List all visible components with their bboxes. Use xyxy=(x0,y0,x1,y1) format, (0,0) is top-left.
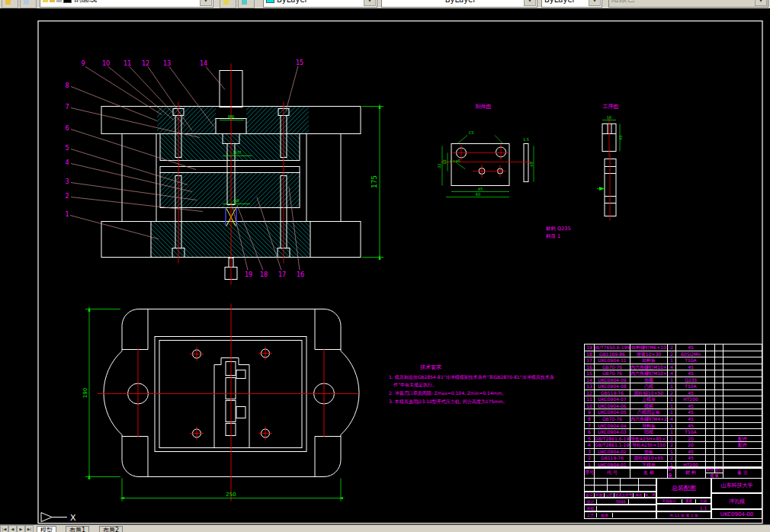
bom-qty: 2 xyxy=(668,442,676,448)
chevron-down-icon[interactable]: ▼ xyxy=(364,0,376,6)
process-view-label: 工序图 xyxy=(603,104,619,110)
bom-weight-each xyxy=(706,357,715,364)
layer-properties-button[interactable] xyxy=(2,0,18,8)
layer-states-button[interactable] xyxy=(20,0,37,8)
bom-row: 8 GB70-76 内六角螺钉M4×20 4 45 xyxy=(585,416,762,423)
bom-row: 19 JB/T7650.6-1994 卸料螺钉M6×10 2 45 xyxy=(585,345,762,351)
tab-layout2[interactable]: 布局2 xyxy=(99,526,123,532)
chevron-down-icon[interactable]: ▼ xyxy=(589,0,601,6)
sun-icon xyxy=(50,0,55,2)
scale-value: 1:1 xyxy=(696,505,711,511)
bom-weight-each xyxy=(706,416,715,422)
layer-previous-button[interactable] xyxy=(238,0,255,8)
bom-row: 10 UKC0904-06 模柄 1 45 xyxy=(585,403,762,410)
make-current-icon xyxy=(223,0,229,5)
bom-qty: 1 xyxy=(668,449,676,455)
bom-weight-each xyxy=(706,429,715,435)
tab-model[interactable]: 模型 xyxy=(37,526,56,532)
bom-row: 12 GB119-76 圆柱销10×50 2 45 xyxy=(585,390,762,397)
bom-row: 5 GB/T2861.6-1990 导套A25H×85×33 2 20 配作 xyxy=(585,436,762,443)
make-layer-current-button[interactable] xyxy=(220,0,236,8)
bom-material: 60Si2Mn xyxy=(676,351,706,357)
bom-material: 45 xyxy=(676,345,706,351)
bom-code: UKC0904-11 xyxy=(595,357,630,364)
bom-weight-each xyxy=(706,442,715,448)
bom-name: 卸料板 xyxy=(630,357,668,364)
bom-remark xyxy=(723,416,762,422)
bom-row: 15 GB70-76 内六角螺钉M10×50 4 45 xyxy=(585,370,762,377)
bom-qty: 1 xyxy=(668,403,676,409)
bom-remark xyxy=(723,364,762,370)
layer-combo[interactable]: 剖面线 ▼ xyxy=(40,0,213,8)
bom-weight-total xyxy=(715,364,723,370)
tab-nav-next-button[interactable]: ▶ xyxy=(17,525,25,532)
bom-material: 45 xyxy=(676,423,706,429)
bom-name: 内六角螺钉M10×75 xyxy=(630,364,668,370)
prev-tab-icon: ◀ xyxy=(11,527,14,531)
bom-row: 16 GB70-76 内六角螺钉M10×75 4 45 xyxy=(585,364,762,371)
part-detail-view: 制件图 32 13 45 60 C5 4× xyxy=(437,104,571,239)
color-combo-value: ByLayer xyxy=(277,0,308,4)
bom-remark xyxy=(723,396,762,402)
balloon-11: 11 xyxy=(124,60,131,67)
bom-code: UKC0904-07 xyxy=(595,396,630,402)
dim-bottom2: 60 xyxy=(476,192,480,197)
bom-material: T10A xyxy=(676,429,706,435)
sheet-count-text: 共 11 张 第 1 张 xyxy=(669,513,698,518)
bom-no: 7 xyxy=(585,423,595,429)
drawing-subtitle: 冲孔模 xyxy=(711,493,762,509)
color-combo[interactable]: ByLayer ▼ xyxy=(263,0,377,8)
bom-material: 45 xyxy=(676,390,706,396)
bom-qty: 2 xyxy=(668,345,676,351)
stage-label: 阶段标记 xyxy=(657,499,682,503)
layer-state-icon xyxy=(24,0,29,5)
organization-text: 山东科技大学 xyxy=(721,482,753,489)
bom-material: T10A xyxy=(676,383,706,389)
bom-name: 垫板 xyxy=(630,449,668,455)
ucs-icon: X xyxy=(41,513,76,523)
linetype-combo[interactable]: ByLayer ▼ xyxy=(381,0,537,8)
dim-bottom1: 45 xyxy=(478,187,483,191)
bom-qty: 2 xyxy=(668,436,676,442)
bom-no: 5 xyxy=(585,436,595,442)
chevron-down-icon[interactable]: ▼ xyxy=(200,0,212,6)
dim-left1: 32 xyxy=(437,163,441,168)
bom-qty: 1 xyxy=(668,396,676,402)
bom-no: 9 xyxy=(585,409,595,415)
bom-row: 18 GB1169-86 弹簧10×30 2 60Si2Mn xyxy=(585,351,762,358)
bom-no: 17 xyxy=(585,357,595,364)
tab-model-label: 模型 xyxy=(40,527,53,532)
bom-row: 14 UKC0904-09 垫圈 1 Q235 xyxy=(585,377,762,384)
tab-nav-last-button[interactable]: ▶| xyxy=(25,525,34,532)
lock-icon xyxy=(56,0,62,2)
bom-weight-each xyxy=(706,364,715,370)
balloon-5: 5 xyxy=(65,145,69,152)
bom-remark xyxy=(723,345,762,351)
plotstyle-combo: 随颜色 ▼ xyxy=(608,0,768,8)
bom-weight-each xyxy=(706,436,715,442)
bom-row: 11 UKC0904-07 上模座 1 HT200 xyxy=(585,396,762,403)
bom-name: 模柄 xyxy=(630,403,668,409)
bom-no: 18 xyxy=(585,351,595,357)
bom-header-remark: 备 注 xyxy=(723,467,762,478)
plan-dimensions xyxy=(85,309,341,502)
lineweight-combo[interactable]: ByLayer ▼ xyxy=(541,0,602,8)
balloon-12: 12 xyxy=(142,60,149,67)
bom-name: 垫圈 xyxy=(630,377,668,383)
chevron-down-icon[interactable]: ▼ xyxy=(524,0,536,6)
scale-label: 比例 xyxy=(696,499,711,503)
bom-code: UKC0904-06 xyxy=(595,403,630,409)
bom-weight-each xyxy=(706,423,715,429)
assembly-section-view: 175 M8 8H7 φ8 1 2 3 4 5 6 7 8 9 1 xyxy=(65,59,383,285)
tab-nav-first-button[interactable]: |◀ xyxy=(0,525,8,532)
last-tab-icon: ▶| xyxy=(27,527,32,531)
dim-8h7: 8H7 xyxy=(233,150,242,155)
tab-layout1[interactable]: 布局1 xyxy=(66,526,89,532)
bom-remark xyxy=(723,455,762,461)
dim-top: 16 xyxy=(607,115,611,120)
bom-weight-each xyxy=(706,345,715,351)
tab-nav-prev-button[interactable]: ◀ xyxy=(8,525,17,532)
bom-remark xyxy=(723,357,762,364)
bom-name: 凸模固定板 xyxy=(630,409,668,415)
bom-material: 20 xyxy=(676,436,706,442)
